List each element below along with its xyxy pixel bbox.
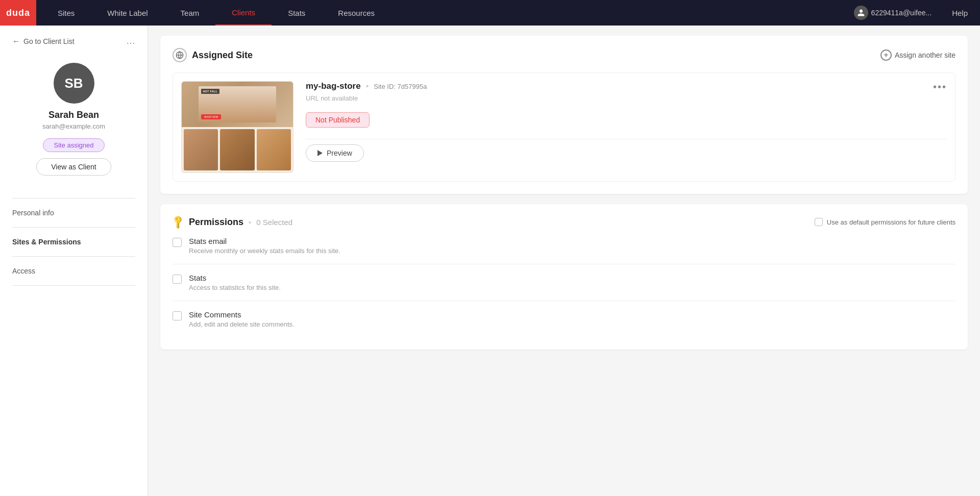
permissions-separator: • (249, 218, 251, 227)
play-icon (317, 150, 323, 156)
perm-desc-stats: Access to statistics for this site. (189, 284, 281, 291)
sidebar-divider-1 (12, 198, 135, 199)
sidebar: ← Go to Client List … SB Sarah Bean sara… (0, 26, 148, 496)
site-thumbnail: HOT FALL SHOP NOW (181, 81, 293, 173)
nav-help[interactable]: Help (940, 9, 980, 17)
nav-item-stats[interactable]: Stats (272, 0, 322, 26)
assign-another-site-button[interactable]: + Assign another site (880, 49, 955, 61)
sidebar-divider-4 (12, 285, 135, 286)
site-url: URL not available (306, 94, 947, 102)
perm-desc-stats-email: Receive monthly or weekly stats emails f… (189, 247, 340, 255)
client-email: sarah@example.com (42, 122, 105, 130)
sidebar-back-row: ← Go to Client List … (0, 36, 148, 55)
perm-checkbox-stats-email[interactable] (173, 238, 182, 247)
sidebar-divider-3 (12, 256, 135, 257)
assigned-site-title: Assigned Site (173, 48, 253, 62)
client-avatar: SB (54, 63, 94, 104)
site-divider (306, 139, 947, 139)
perm-content-site-comments: Site Comments Add, edit and delete site … (189, 310, 295, 328)
perm-item-site-comments: Site Comments Add, edit and delete site … (173, 301, 955, 337)
perm-checkbox-site-comments[interactable] (173, 311, 182, 320)
permissions-card: 🔑 Permissions • 0 Selected Use as defaul… (160, 204, 968, 350)
sidebar-section-sites-permissions[interactable]: Sites & Permissions (0, 232, 148, 252)
nav-user-email: 6229411a@uifee... (871, 9, 932, 17)
site-name-dot: • (366, 82, 369, 91)
nav-right: 6229411a@uifee... Help (846, 6, 980, 20)
nav-item-whitelabel[interactable]: White Label (91, 0, 164, 26)
assign-plus-icon: + (880, 49, 892, 61)
key-icon: 🔑 (170, 214, 186, 230)
main-layout: ← Go to Client List … SB Sarah Bean sara… (0, 26, 980, 496)
back-to-client-list-button[interactable]: ← Go to Client List (12, 37, 75, 46)
permissions-count: 0 Selected (256, 218, 292, 227)
nav-item-sites[interactable]: Sites (41, 0, 91, 26)
view-as-client-button[interactable]: View as Client (36, 158, 111, 176)
thumbnail-visual: HOT FALL SHOP NOW (182, 82, 293, 172)
nav-item-resources[interactable]: Resources (322, 0, 391, 26)
sidebar-divider-2 (12, 227, 135, 228)
nav-user[interactable]: 6229411a@uifee... (846, 6, 940, 20)
perm-label-stats: Stats (189, 274, 281, 282)
sidebar-avatar-area: SB Sarah Bean sarah@example.com Site ass… (0, 55, 148, 194)
top-nav: duda Sites White Label Team Clients Stat… (0, 0, 980, 26)
logo-text: duda (6, 8, 30, 18)
nav-item-team[interactable]: Team (164, 0, 216, 26)
not-published-badge: Not Published (306, 112, 370, 128)
site-options-button[interactable]: ••• (933, 81, 947, 93)
sidebar-section-personal-info[interactable]: Personal info (0, 203, 148, 223)
sidebar-more-options-button[interactable]: … (126, 36, 135, 46)
perm-content-stats: Stats Access to statistics for this site… (189, 274, 281, 291)
perm-desc-site-comments: Add, edit and delete site comments. (189, 320, 295, 328)
user-avatar-icon (854, 6, 868, 20)
default-perms-label: Use as default permissions for future cl… (827, 218, 955, 226)
permissions-header: 🔑 Permissions • 0 Selected Use as defaul… (173, 216, 955, 228)
default-permissions-row[interactable]: Use as default permissions for future cl… (815, 218, 955, 226)
site-assigned-badge: Site assigned (43, 138, 104, 152)
perm-checkbox-stats[interactable] (173, 275, 182, 284)
assigned-site-card: Assigned Site + Assign another site (160, 36, 968, 194)
nav-item-clients[interactable]: Clients (215, 0, 272, 26)
site-name: my-bag-store (306, 81, 361, 91)
perm-item-stats-email: Stats email Receive monthly or weekly st… (173, 228, 955, 264)
site-id: Site ID: 7d57995a (374, 83, 427, 90)
thumbnail-top-section: HOT FALL SHOP NOW (182, 82, 293, 127)
main-content: Assigned Site + Assign another site (148, 26, 980, 496)
permissions-title: 🔑 Permissions • 0 Selected (173, 216, 292, 228)
site-card: HOT FALL SHOP NOW (173, 72, 955, 182)
default-perms-checkbox[interactable] (815, 218, 823, 226)
site-info: my-bag-store • Site ID: 7d57995a URL not… (306, 81, 947, 162)
permissions-list: Stats email Receive monthly or weekly st… (173, 228, 955, 337)
thumbnail-bottom-section (182, 127, 293, 172)
nav-items: Sites White Label Team Clients Stats Res… (41, 0, 846, 26)
perm-label-stats-email: Stats email (189, 237, 340, 245)
site-name-row: my-bag-store • Site ID: 7d57995a (306, 81, 947, 91)
perm-content-stats-email: Stats email Receive monthly or weekly st… (189, 237, 340, 255)
sidebar-section-access[interactable]: Access (0, 261, 148, 281)
perm-item-stats: Stats Access to statistics for this site… (173, 264, 955, 301)
client-name: Sarah Bean (48, 110, 99, 120)
perm-label-site-comments: Site Comments (189, 310, 295, 319)
logo[interactable]: duda (0, 0, 36, 26)
preview-button[interactable]: Preview (306, 144, 364, 162)
back-arrow-icon: ← (12, 37, 20, 46)
back-label: Go to Client List (23, 37, 75, 45)
globe-icon (173, 48, 187, 62)
assigned-site-header: Assigned Site + Assign another site (173, 48, 955, 62)
